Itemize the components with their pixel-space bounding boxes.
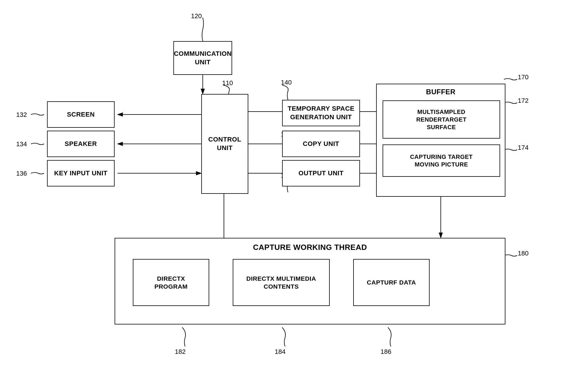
screen-box: SCREEN [47, 101, 115, 128]
label-170: 170 [518, 73, 529, 81]
label-186: 186 [381, 348, 391, 356]
label-140: 140 [281, 79, 292, 86]
communication-unit-box: COMMUNICATION UNIT [173, 41, 232, 75]
capturing-box: CAPTURING TARGET MOVING PICTURE [383, 144, 500, 177]
label-132: 132 [16, 111, 27, 119]
multisampled-box: MULTISAMPLED RENDERTARGET SURFACE [383, 100, 500, 139]
label-172: 172 [518, 97, 529, 105]
temp-space-box: TEMPORARY SPACE GENERATION UNIT [282, 100, 360, 126]
directx-multimedia-box: DIRECTX MULTIMEDIA CONTENTS [233, 259, 330, 306]
control-unit-box: CONTROL UNIT [201, 94, 248, 194]
capture-thread-box: CAPTURE WORKING THREAD DIRECTX PROGRAM D… [115, 238, 505, 324]
label-174: 174 [518, 144, 529, 152]
label-134: 134 [16, 140, 27, 148]
buffer-box: BUFFER MULTISAMPLED RENDERTARGET SURFACE… [376, 84, 505, 197]
label-184: 184 [275, 348, 286, 356]
label-180: 180 [518, 250, 529, 257]
capture-data-box: CAPTURF DATA [353, 259, 430, 306]
label-182: 182 [175, 348, 186, 356]
output-unit-box: OUTPUT UNIT [282, 160, 360, 186]
copy-unit-box: COPY UNIT [282, 131, 360, 157]
label-120: 120 [191, 12, 202, 20]
key-input-box: KEY INPUT UNIT [47, 160, 115, 186]
diagram: 120 110 140 150 160 170 172 174 180 132 … [0, 0, 568, 392]
label-136: 136 [16, 170, 27, 177]
label-110: 110 [222, 79, 233, 87]
directx-program-box: DIRECTX PROGRAM [133, 259, 209, 306]
speaker-box: SPEAKER [47, 131, 115, 157]
